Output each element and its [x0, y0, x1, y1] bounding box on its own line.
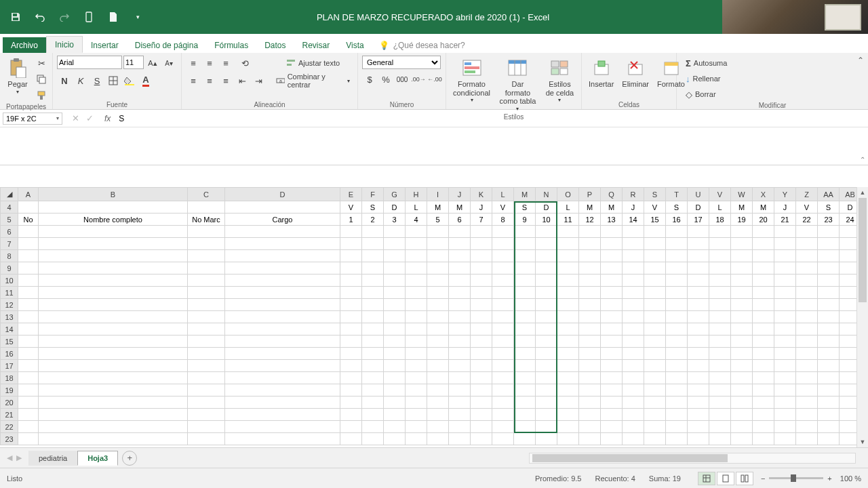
cell-I20[interactable]: [427, 396, 449, 409]
cell-J18[interactable]: [449, 372, 471, 384]
cell-B6[interactable]: [39, 226, 188, 238]
cell-Z6[interactable]: [796, 226, 818, 238]
cell-A13[interactable]: [18, 311, 39, 323]
cell-L7[interactable]: [492, 238, 514, 250]
cell-V20[interactable]: [709, 396, 731, 409]
cell-V8[interactable]: [709, 250, 731, 262]
cell-V12[interactable]: [709, 299, 731, 311]
cell-A23[interactable]: [18, 433, 39, 445]
format-painter-icon[interactable]: [34, 88, 49, 103]
cell-Y15[interactable]: [774, 336, 796, 348]
cell-R15[interactable]: [623, 336, 644, 348]
cell-L22[interactable]: [492, 421, 514, 433]
cell-G9[interactable]: [384, 262, 406, 274]
number-format-select[interactable]: General: [362, 56, 441, 69]
cell-I13[interactable]: [427, 311, 449, 323]
view-page-layout-button[interactable]: [717, 472, 734, 485]
cell-F7[interactable]: [362, 238, 384, 250]
cell-Z7[interactable]: [796, 238, 818, 250]
cell-D21[interactable]: [225, 409, 340, 421]
cell-A10[interactable]: [18, 274, 39, 287]
col-header-Y[interactable]: Y: [774, 188, 796, 201]
cell-Z4[interactable]: V: [796, 201, 818, 214]
cell-S10[interactable]: [644, 274, 666, 287]
cell-K13[interactable]: [471, 311, 492, 323]
cell-V21[interactable]: [709, 409, 731, 421]
cell-C10[interactable]: [188, 274, 225, 287]
cell-M16[interactable]: [514, 348, 536, 360]
cell-N7[interactable]: [536, 238, 557, 250]
cell-E19[interactable]: [340, 384, 362, 396]
cell-X11[interactable]: [753, 287, 774, 299]
autosum-button[interactable]: ΣAutosuma: [682, 56, 730, 70]
cell-L23[interactable]: [492, 433, 514, 445]
cell-D13[interactable]: [225, 311, 340, 323]
cell-Z10[interactable]: [796, 274, 818, 287]
cell-U5[interactable]: 17: [688, 214, 709, 226]
cell-Z16[interactable]: [796, 348, 818, 360]
cell-L16[interactable]: [492, 348, 514, 360]
cell-T15[interactable]: [666, 336, 688, 348]
cell-G22[interactable]: [384, 421, 406, 433]
cell-N20[interactable]: [536, 396, 557, 409]
name-box[interactable]: 19F x 2C▾: [3, 113, 62, 125]
cell-F4[interactable]: S: [362, 201, 384, 214]
cell-N17[interactable]: [536, 360, 557, 372]
cell-A19[interactable]: [18, 384, 39, 396]
cell-U13[interactable]: [688, 311, 709, 323]
row-header-17[interactable]: 17: [1, 360, 18, 372]
cell-E22[interactable]: [340, 421, 362, 433]
increase-font-icon[interactable]: A▴: [145, 56, 160, 70]
tab-diseno[interactable]: Diseño de página: [127, 37, 206, 53]
vertical-scrollbar[interactable]: ▲ ▼: [856, 187, 868, 447]
cell-O15[interactable]: [557, 336, 579, 348]
cell-Y21[interactable]: [774, 409, 796, 421]
row-header-12[interactable]: 12: [1, 299, 18, 311]
cell-T14[interactable]: [666, 323, 688, 336]
row-header-5[interactable]: 5: [1, 214, 18, 226]
cell-Z18[interactable]: [796, 372, 818, 384]
row-header-11[interactable]: 11: [1, 287, 18, 299]
cell-C8[interactable]: [188, 250, 225, 262]
cell-V5[interactable]: 18: [709, 214, 731, 226]
accept-formula-icon[interactable]: ✓: [86, 113, 94, 123]
cell-Z12[interactable]: [796, 299, 818, 311]
cell-O21[interactable]: [557, 409, 579, 421]
cell-T11[interactable]: [666, 287, 688, 299]
cell-A11[interactable]: [18, 287, 39, 299]
cell-D14[interactable]: [225, 323, 340, 336]
cell-U16[interactable]: [688, 348, 709, 360]
cell-C19[interactable]: [188, 384, 225, 396]
cell-H9[interactable]: [406, 262, 427, 274]
cell-X10[interactable]: [753, 274, 774, 287]
cell-C18[interactable]: [188, 372, 225, 384]
font-name-input[interactable]: [57, 56, 122, 69]
cell-J17[interactable]: [449, 360, 471, 372]
font-color-icon[interactable]: A: [138, 73, 153, 88]
cell-K22[interactable]: [471, 421, 492, 433]
cell-R23[interactable]: [623, 433, 644, 445]
align-right-icon[interactable]: ≡: [218, 73, 233, 88]
cell-F18[interactable]: [362, 372, 384, 384]
italic-icon[interactable]: K: [73, 73, 88, 88]
cell-W19[interactable]: [731, 384, 753, 396]
row-header-16[interactable]: 16: [1, 348, 18, 360]
cell-Q16[interactable]: [601, 348, 623, 360]
cell-J21[interactable]: [449, 409, 471, 421]
cell-I22[interactable]: [427, 421, 449, 433]
cell-C12[interactable]: [188, 299, 225, 311]
cell-A15[interactable]: [18, 336, 39, 348]
cell-M9[interactable]: [514, 262, 536, 274]
cell-M17[interactable]: [514, 360, 536, 372]
cell-E5[interactable]: 1: [340, 214, 362, 226]
cell-Y8[interactable]: [774, 250, 796, 262]
cell-P18[interactable]: [579, 372, 601, 384]
cell-G12[interactable]: [384, 299, 406, 311]
cell-B5[interactable]: Nombre completo: [39, 214, 188, 226]
cell-A14[interactable]: [18, 323, 39, 336]
col-header-X[interactable]: X: [753, 188, 774, 201]
cell-T12[interactable]: [666, 299, 688, 311]
col-header-H[interactable]: H: [406, 188, 427, 201]
cell-G6[interactable]: [384, 226, 406, 238]
cell-S20[interactable]: [644, 396, 666, 409]
